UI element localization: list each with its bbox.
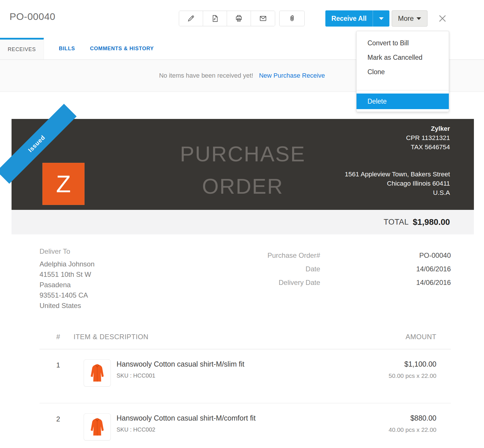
deliver-to-street: 41551 10th St W [40,269,95,280]
po-number-label: Purchase Order# [267,249,320,262]
item-thumbnail [84,359,111,387]
item-name: Hanswooly Cotton casual shirt-M/slim fit [117,360,389,368]
empty-state-message: No items have been received yet! [159,72,253,79]
pencil-icon [187,14,195,23]
company-name: Zylker [345,124,450,133]
menu-spacer [357,79,449,90]
company-address-line: Chicago Illinois 60411 [345,179,450,188]
close-button[interactable] [437,13,448,24]
tab-bills[interactable]: BILLS [51,38,82,59]
chevron-down-icon [417,17,421,20]
envelope-icon [259,14,267,23]
tab-comments-history[interactable]: COMMENTS & HISTORY [82,38,161,59]
deliver-to-label: Deliver To [40,247,95,255]
po-date-label: Date [305,262,320,276]
pdf-file-icon [211,14,219,23]
edit-button[interactable] [179,11,203,26]
company-cpr: CPR 11321321 [345,133,450,143]
item-name: Hanswooly Cotton casual shirt-M/comfort … [117,414,389,422]
menu-item-delete[interactable]: Delete [357,94,449,109]
company-info: Zylker CPR 11321321 TAX 5646754 1561 App… [345,124,450,197]
menu-item-clone[interactable]: Clone [357,65,449,79]
line-items-table: # ITEM & DESCRIPTION AMOUNT 1 H [40,333,451,448]
po-number-value: PO-00040 [320,249,451,262]
total-band: TOTAL $1,980.00 [12,210,474,234]
item-quantity-rate: 40.00 pcs x 22.00 [389,426,436,433]
po-document-header: Issued Z PURCHASE ORDER Zylker CPR 11321… [12,119,474,210]
more-button[interactable]: More [392,10,427,27]
receive-all-caret-button[interactable] [373,10,389,27]
paperclip-icon [288,14,296,23]
tab-receives[interactable]: RECEIVES [0,38,44,59]
attachment-button[interactable] [279,11,305,26]
line-item-index: 1 [56,359,84,387]
po-delivery-date-label: Delivery Date [279,276,320,289]
page-title: PO-00040 [10,11,55,22]
deliver-to-name: Adelphia Johnson [40,259,95,269]
po-details-block: Purchase Order# PO-00040 Date 14/06/2016… [267,249,451,311]
chevron-down-icon [379,17,384,20]
email-button[interactable] [251,11,275,26]
receive-all-button[interactable]: Receive All [325,10,373,27]
company-tax: TAX 5646754 [345,143,450,152]
company-address-line: 1561 Appleview Town, Bakers Street [345,170,450,179]
more-button-label: More [398,14,414,23]
deliver-to-zip: 93551-1405 CA [40,290,95,300]
receive-all-split-button: Receive All [325,10,389,27]
item-amount: $880.00 [389,414,436,422]
orange-shirt-image [86,416,108,438]
column-header-index: # [56,333,74,341]
print-button[interactable] [227,11,251,26]
table-row: 1 Hanswooly Cotton casual shirt-M/slim f… [40,349,451,403]
orange-shirt-image [86,362,108,384]
total-label: TOTAL [384,218,409,227]
new-purchase-receive-link[interactable]: New Purchase Receive [259,72,325,79]
item-amount: $1,100.00 [389,360,436,368]
deliver-to-country: United States [40,300,95,311]
company-address-line: U.S.A [345,188,450,197]
menu-item-convert-to-bill[interactable]: Convert to Bill [357,36,449,50]
item-sku: SKU : HCC001 [117,372,389,379]
document-actions-group [179,11,275,26]
deliver-to-city: Pasadena [40,280,95,290]
column-header-amount: AMOUNT [406,333,436,341]
deliver-to-block: Deliver To Adelphia Johnson 41551 10th S… [40,247,95,311]
menu-item-mark-as-cancelled[interactable]: Mark as Cancelled [357,50,449,65]
total-value: $1,980.00 [413,217,450,227]
menu-divider [357,90,449,90]
po-delivery-date-value: 14/06/2016 [320,276,451,289]
item-thumbnail [84,413,111,440]
more-dropdown-menu: Convert to Bill Mark as Cancelled Clone … [356,31,449,112]
pdf-button[interactable] [203,11,227,26]
printer-icon [235,14,243,23]
po-document-body: Deliver To Adelphia Johnson 41551 10th S… [12,247,474,448]
line-item-index: 2 [56,413,84,440]
po-date-value: 14/06/2016 [320,262,451,276]
item-sku: SKU : HCC002 [117,426,389,433]
table-header-row: # ITEM & DESCRIPTION AMOUNT [40,333,451,349]
item-quantity-rate: 50.00 pcs x 22.00 [389,372,436,379]
purchase-order-document: Issued Z PURCHASE ORDER Zylker CPR 11321… [12,119,474,448]
table-row: 2 Hanswooly Cotton casual shirt-M/comfor… [40,403,451,448]
close-icon [438,14,447,23]
column-header-item: ITEM & DESCRIPTION [74,333,406,341]
